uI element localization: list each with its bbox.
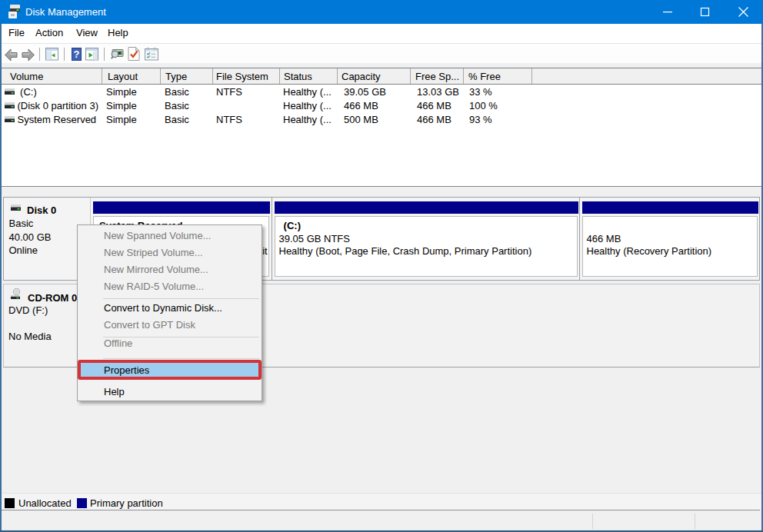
svg-text:?: ? [74,48,80,60]
